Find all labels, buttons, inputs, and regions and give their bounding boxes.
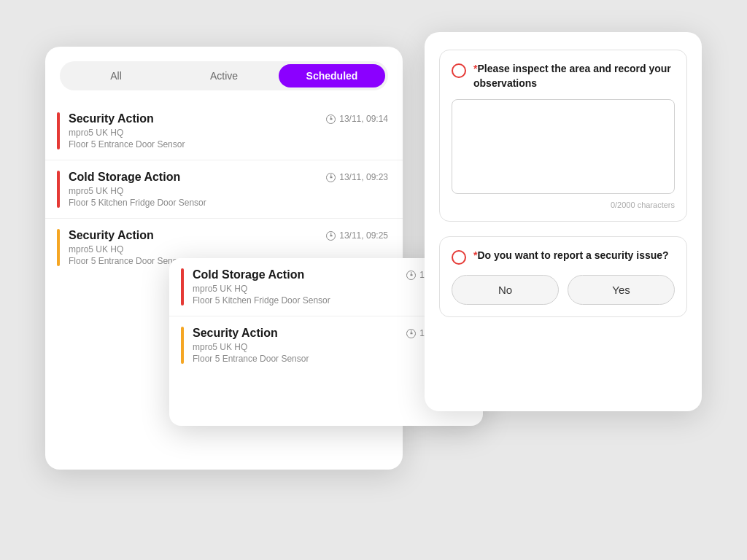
form-section-2: *Do you want to report a security issue?… <box>439 236 687 317</box>
action-sensor: Floor 5 Kitchen Fridge Door Sensor <box>69 198 326 208</box>
action-title: Security Action <box>69 229 326 242</box>
accent-bar <box>57 171 60 208</box>
action-title: Security Action <box>69 112 326 125</box>
action-title: Cold Storage Action <box>69 171 326 184</box>
action-content: Security Action mpro5 UK HQ Floor 5 Entr… <box>193 327 406 364</box>
question-text-1: *Please inspect the area and record your… <box>473 62 675 90</box>
action-sensor: Floor 5 Entrance Door Sensor <box>69 139 326 149</box>
action-location: mpro5 UK HQ <box>69 186 326 196</box>
action-location: mpro5 UK HQ <box>193 284 406 294</box>
form-question-2: *Do you want to report a security issue? <box>452 249 675 265</box>
clock-icon <box>326 231 336 241</box>
tab-scheduled[interactable]: Scheduled <box>279 64 385 88</box>
accent-bar <box>57 229 60 266</box>
accent-bar <box>181 327 184 364</box>
action-location: mpro5 UK HQ <box>193 342 406 352</box>
action-sensor: Floor 5 Kitchen Fridge Door Sensor <box>193 295 406 306</box>
action-title: Cold Storage Action <box>193 268 406 281</box>
char-count: 0/2000 characters <box>452 201 675 209</box>
form-section-1: *Please inspect the area and record your… <box>439 50 687 222</box>
time-value: 13/11, 09:23 <box>339 172 388 182</box>
action-sensor: Floor 5 Entrance Door Sensor <box>193 354 406 364</box>
no-button[interactable]: No <box>452 275 559 305</box>
action-content: Cold Storage Action mpro5 UK HQ Floor 5 … <box>69 171 326 208</box>
action-content: Security Action mpro5 UK HQ Floor 5 Entr… <box>69 112 326 149</box>
accent-bar <box>181 268 184 306</box>
action-list: Security Action mpro5 UK HQ Floor 5 Entr… <box>45 102 403 276</box>
form-question-1: *Please inspect the area and record your… <box>452 62 675 90</box>
tab-bar: All Active Scheduled <box>60 61 388 90</box>
list-item[interactable]: Security Action mpro5 UK HQ Floor 5 Entr… <box>45 102 403 160</box>
clock-icon <box>326 114 336 124</box>
list-item[interactable]: Cold Storage Action mpro5 UK HQ Floor 5 … <box>45 160 403 219</box>
action-content: Cold Storage Action mpro5 UK HQ Floor 5 … <box>193 268 406 306</box>
tab-active[interactable]: Active <box>171 64 277 88</box>
action-title: Security Action <box>193 327 406 340</box>
yes-button[interactable]: Yes <box>568 275 675 305</box>
radio-required-2[interactable] <box>452 250 466 265</box>
clock-icon <box>406 329 416 338</box>
yes-no-group: No Yes <box>452 275 675 305</box>
action-time: 13/11, 09:25 <box>326 230 388 241</box>
question-text-2: *Do you want to report a security issue? <box>473 249 669 263</box>
form-panel: *Please inspect the area and record your… <box>425 32 702 411</box>
question-label-2: Do you want to report a security issue? <box>477 249 668 261</box>
action-location: mpro5 UK HQ <box>69 244 326 254</box>
action-location: mpro5 UK HQ <box>69 128 326 138</box>
tab-all[interactable]: All <box>63 64 169 88</box>
clock-icon <box>406 271 416 280</box>
observations-textarea[interactable] <box>452 99 675 194</box>
question-label-1: Please inspect the area and record your … <box>473 63 671 89</box>
time-value: 13/11, 09:25 <box>339 230 388 241</box>
accent-bar <box>57 112 60 149</box>
time-value: 13/11, 09:14 <box>339 114 388 124</box>
radio-required-1[interactable] <box>452 63 466 78</box>
clock-icon <box>326 173 336 182</box>
action-time: 13/11, 09:14 <box>326 114 388 124</box>
action-time: 13/11, 09:23 <box>326 172 388 182</box>
